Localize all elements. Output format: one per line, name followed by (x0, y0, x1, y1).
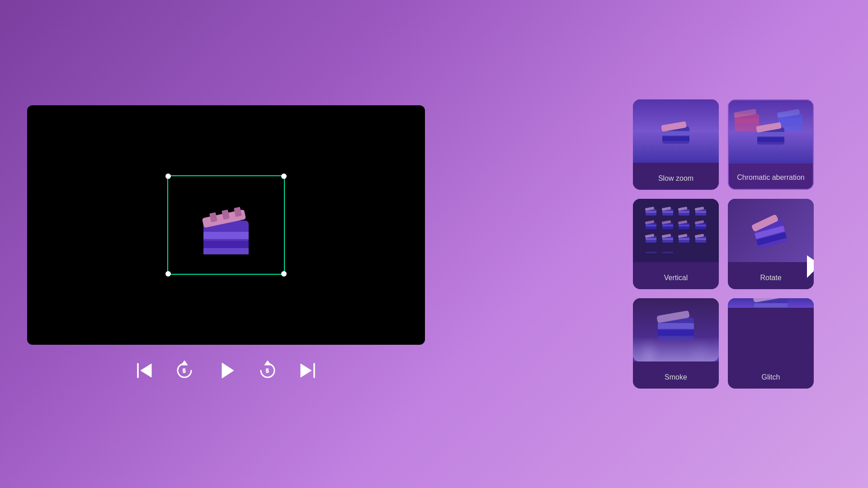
grid-item (694, 206, 708, 216)
effect-card-vertical[interactable]: Vertical (633, 199, 719, 289)
play-button[interactable] (214, 358, 238, 383)
grid-item (661, 233, 675, 244)
handle-tl[interactable] (165, 174, 171, 179)
smoke-thumbnail (633, 298, 719, 361)
grid-item (677, 246, 691, 257)
effect-card-chromatic-aberration[interactable]: Chromatic aberration (728, 99, 814, 190)
rotate-thumbnail (728, 199, 814, 262)
svg-rect-19 (662, 136, 689, 141)
svg-rect-56 (646, 238, 656, 240)
replay5-button[interactable]: 5 (173, 359, 196, 382)
svg-marker-12 (222, 363, 234, 378)
player-area: 5 5 (27, 105, 425, 383)
forward5-button[interactable]: 5 (256, 359, 279, 382)
grid-item (694, 219, 708, 230)
svg-rect-62 (679, 238, 689, 240)
svg-rect-38 (679, 211, 689, 213)
grid-item (661, 206, 675, 216)
grid-item (677, 206, 691, 216)
svg-text:5: 5 (183, 368, 186, 374)
svg-rect-35 (662, 211, 673, 213)
effect-card-smoke[interactable]: Smoke (633, 298, 719, 389)
skip-back-button[interactable] (134, 360, 155, 381)
skip-forward-button[interactable] (297, 360, 318, 381)
svg-rect-83 (754, 303, 788, 308)
handle-tr[interactable] (281, 174, 287, 179)
vertical-label: Vertical (664, 274, 688, 282)
svg-marker-9 (141, 364, 151, 377)
svg-marker-10 (181, 361, 188, 365)
slow-zoom-label: Slow zoom (658, 174, 693, 183)
glitch-label: Glitch (762, 373, 780, 381)
main-container: 5 5 (0, 0, 868, 488)
effect-card-glitch[interactable]: Glitch (728, 298, 814, 389)
svg-rect-59 (662, 238, 673, 240)
vertical-thumbnail (633, 199, 719, 262)
svg-rect-47 (662, 225, 673, 226)
svg-rect-41 (695, 211, 706, 213)
svg-rect-72 (695, 250, 706, 256)
effects-row-1: Slow zoom (633, 99, 814, 190)
vertical-grid (640, 201, 712, 260)
effect-card-rotate[interactable]: Rotate (728, 199, 814, 289)
svg-rect-79 (658, 323, 694, 329)
effects-row-3: Smoke (633, 298, 814, 389)
grid-item (661, 246, 675, 257)
effects-row-2: Vertical Rotate (633, 199, 814, 289)
grid-item (694, 233, 708, 244)
rotate-label: Rotate (760, 274, 781, 282)
grid-item (661, 219, 675, 230)
svg-rect-18 (662, 131, 689, 136)
effect-card-slow-zoom[interactable]: Slow zoom (633, 99, 719, 190)
handle-br[interactable] (281, 271, 287, 277)
svg-text:5: 5 (266, 368, 269, 374)
grid-item (694, 246, 708, 257)
svg-rect-28 (757, 132, 784, 136)
svg-rect-32 (646, 211, 656, 213)
svg-rect-65 (695, 238, 706, 240)
svg-rect-50 (679, 225, 689, 226)
grid-item (677, 219, 691, 230)
effects-panel: Slow zoom (633, 99, 814, 389)
video-frame (27, 105, 425, 345)
grid-item (644, 206, 658, 216)
slow-zoom-thumbnail (633, 99, 719, 163)
svg-marker-13 (264, 361, 271, 365)
handle-bl[interactable] (165, 271, 171, 277)
grid-item (644, 219, 658, 230)
chromatic-label: Chromatic aberration (737, 174, 804, 182)
svg-rect-68 (646, 252, 656, 253)
grid-item (644, 246, 658, 257)
svg-rect-44 (646, 225, 656, 226)
controls-bar: 5 5 (134, 358, 318, 383)
svg-rect-53 (695, 225, 706, 226)
grid-item (644, 233, 658, 244)
svg-marker-16 (301, 364, 311, 377)
svg-rect-71 (679, 250, 689, 256)
grid-item (677, 233, 691, 244)
smoke-label: Smoke (665, 373, 687, 381)
selection-box (167, 175, 285, 275)
svg-rect-80 (658, 330, 694, 336)
svg-rect-70 (662, 252, 673, 253)
glitch-thumbnail (728, 298, 814, 308)
chromatic-thumbnail (729, 100, 813, 164)
svg-rect-29 (757, 137, 784, 142)
